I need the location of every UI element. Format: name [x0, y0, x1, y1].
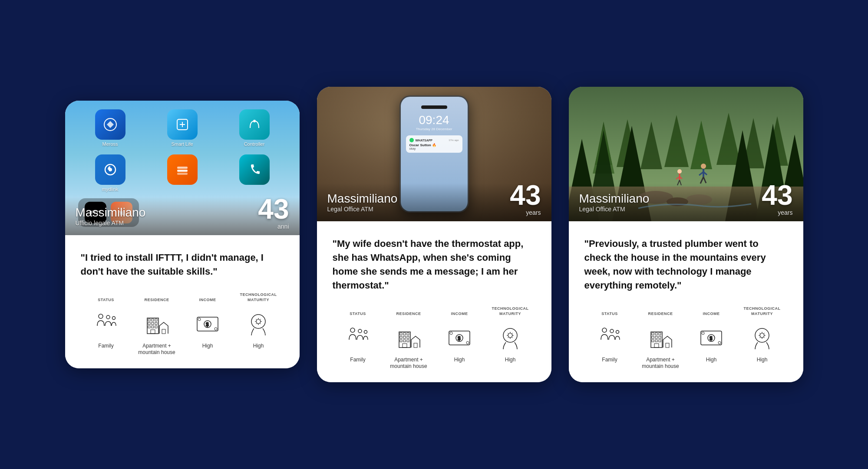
- notif-time: 17m ago: [449, 139, 459, 141]
- stat-icon-status-1: [91, 308, 121, 338]
- stat-residence-2: RESIDENCE: [383, 306, 434, 370]
- svg-rect-12: [148, 319, 150, 321]
- svg-rect-41: [403, 340, 406, 342]
- stat-icon-status-2: [343, 322, 373, 352]
- card-2-persona-age: 43 years: [510, 181, 541, 216]
- svg-text:$: $: [458, 335, 461, 341]
- card-3-body: "Previously, a trusted plumber went to c…: [569, 221, 803, 382]
- svg-point-30: [350, 328, 355, 332]
- svg-text:$: $: [206, 321, 209, 328]
- svg-text:$: $: [710, 335, 713, 341]
- stat-icon-status-3: [594, 322, 625, 352]
- svg-rect-21: [151, 330, 155, 334]
- stat-status-2: STATUS Family: [333, 306, 383, 364]
- svg-rect-5: [177, 170, 188, 172]
- svg-point-9: [106, 315, 110, 319]
- stat-residence-1: RESIDENCE: [132, 292, 182, 356]
- card-3-age-number: 43: [762, 181, 792, 209]
- svg-point-49: [466, 341, 469, 344]
- card-3-persona-overlay: Massimiliano Legal Office ATM 43 years: [569, 183, 803, 221]
- svg-rect-35: [403, 333, 406, 335]
- stat-label-income-1: INCOME: [199, 292, 216, 303]
- cards-container: Meross Smart Life Controller: [65, 87, 803, 382]
- svg-point-84: [602, 328, 607, 332]
- card-2: 09:24 Thursday 28 December WHATSAPP 17m …: [317, 87, 551, 382]
- svg-point-32: [364, 330, 367, 333]
- card-3-persona-role: Legal Office ATM: [579, 206, 793, 213]
- svg-rect-88: [652, 333, 654, 335]
- card-2-body: "My wife doesn't have the thermostat app…: [317, 221, 551, 382]
- stat-value-tech-1: High: [253, 343, 264, 350]
- svg-rect-19: [152, 326, 154, 328]
- card-1-age-number: 43: [258, 195, 289, 223]
- whatsapp-label: WHATSAPP: [416, 139, 433, 142]
- stat-income-3: INCOME $ High: [686, 306, 737, 364]
- card-1: Meross Smart Life Controller: [65, 101, 300, 368]
- svg-point-51: [508, 333, 512, 338]
- card-1-header: Meross Smart Life Controller: [65, 101, 300, 235]
- card-1-persona-age: 43 anni: [258, 195, 289, 230]
- stat-value-status-2: Family: [350, 357, 365, 364]
- svg-rect-37: [400, 336, 402, 338]
- card-2-persona-name: Massimiliano: [327, 192, 541, 206]
- card-1-stats: STATUS Family: [81, 292, 284, 356]
- stat-value-status-1: Family: [98, 343, 113, 350]
- card-3-persona-name: Massimiliano: [579, 192, 793, 206]
- svg-rect-34: [400, 333, 402, 335]
- stat-value-residence-3: Apartment + mountain house: [635, 357, 686, 370]
- svg-rect-13: [152, 319, 154, 321]
- whatsapp-header: WHATSAPP 17m ago: [409, 138, 459, 142]
- svg-rect-43: [403, 344, 407, 348]
- svg-rect-91: [652, 336, 654, 338]
- svg-point-27: [215, 328, 217, 330]
- svg-rect-93: [659, 336, 661, 338]
- card-2-persona-overlay: Massimiliano Legal Office ATM 43 years: [317, 183, 551, 221]
- svg-rect-98: [666, 343, 669, 348]
- card-1-body: "I tried to install IFTTT, I didn't mana…: [65, 235, 300, 368]
- card-2-stats: STATUS Family RESIDENCE: [333, 306, 536, 370]
- svg-point-103: [718, 341, 721, 344]
- phone-date: Thursday 28 December: [406, 127, 462, 131]
- phone-notch: [421, 105, 447, 109]
- svg-point-104: [755, 328, 769, 342]
- stat-label-tech-1: TECHNOLOGICALMATURITY: [240, 292, 277, 303]
- svg-rect-20: [155, 326, 157, 328]
- svg-point-10: [112, 316, 116, 319]
- stat-value-income-3: High: [706, 357, 717, 364]
- svg-rect-94: [652, 340, 654, 342]
- svg-rect-36: [407, 333, 409, 335]
- svg-point-31: [358, 329, 362, 333]
- stat-status-3: STATUS Family: [584, 306, 635, 364]
- card-3-quote: "Previously, a trusted plumber went to c…: [584, 237, 788, 292]
- stat-residence-3: RESIDENCE: [635, 306, 686, 370]
- stat-value-tech-2: High: [505, 357, 516, 364]
- svg-rect-90: [659, 333, 661, 335]
- svg-point-72: [677, 169, 682, 174]
- ios-icon-meross: Meross: [78, 109, 142, 147]
- card-1-persona-role: Ufficio legale ATM: [76, 220, 289, 226]
- svg-point-105: [760, 333, 764, 338]
- card-1-persona-overlay: Massimiliano Ufficio legale ATM 43 anni: [65, 197, 300, 235]
- stat-icon-tech-3: [747, 322, 777, 352]
- stat-status-1: STATUS Family: [81, 292, 132, 350]
- stat-icon-income-2: $: [444, 322, 475, 352]
- svg-point-85: [610, 329, 614, 333]
- svg-point-86: [616, 330, 619, 333]
- stat-tech-1: TECHNOLOGICALMATURITY: [233, 292, 284, 350]
- phone-time: 09:24: [406, 113, 462, 127]
- svg-rect-97: [654, 344, 659, 348]
- notif-sender: Oscar Sutton 🔥: [409, 143, 459, 147]
- svg-rect-39: [407, 336, 409, 338]
- svg-rect-6: [177, 167, 188, 169]
- ios-icon-phone: [222, 154, 287, 192]
- svg-rect-96: [659, 340, 661, 342]
- phone-notification: WHATSAPP 17m ago Oscar Sutton 🔥 okay: [406, 135, 462, 153]
- card-2-persona-role: Legal Office ATM: [327, 206, 541, 213]
- svg-point-8: [99, 314, 103, 318]
- svg-point-48: [450, 332, 452, 335]
- card-2-quote: "My wife doesn't have the thermostat app…: [333, 237, 536, 292]
- stat-icon-income-1: $: [192, 308, 223, 338]
- svg-rect-16: [152, 322, 154, 325]
- card-3: Massimiliano Legal Office ATM 43 years "…: [569, 87, 803, 382]
- stat-icon-income-3: $: [696, 322, 726, 352]
